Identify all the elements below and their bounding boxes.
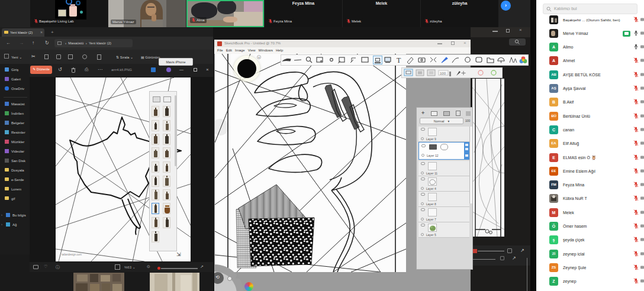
svg-text:⇲: ⇲ (176, 251, 181, 257)
svg-text:T: T (397, 56, 401, 64)
svg-text:tatlandesign.com: tatlandesign.com (62, 253, 82, 256)
svg-text:100: 100 (440, 72, 446, 75)
